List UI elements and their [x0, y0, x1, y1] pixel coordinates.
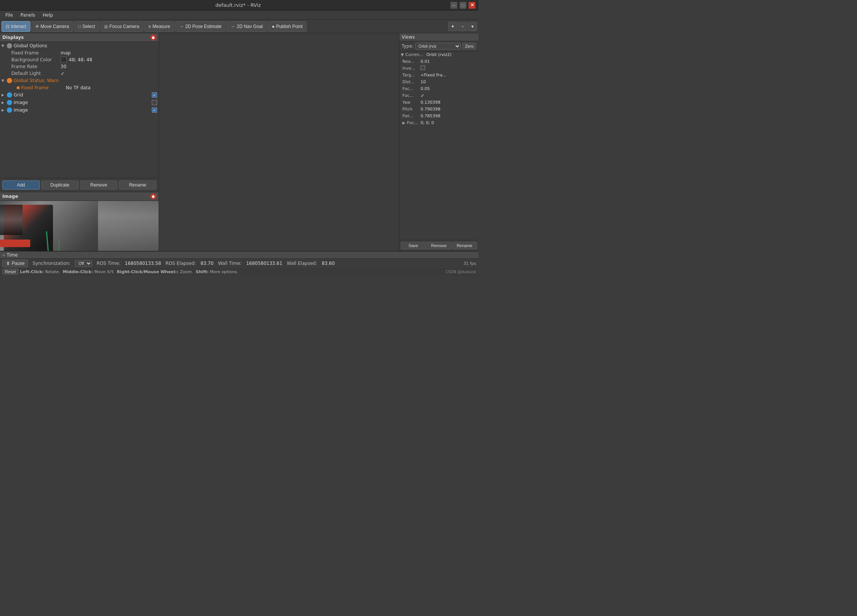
views-prop-dist[interactable]: Dist... 10: [399, 78, 478, 85]
tool-interact[interactable]: ⊡ Interact: [2, 21, 30, 32]
pause-button[interactable]: ⏸ Pause: [2, 260, 28, 267]
add-button[interactable]: Add: [2, 180, 40, 190]
views-prop-target[interactable]: Targ... <Fixed Fra...: [399, 72, 478, 78]
move-camera-label: Move Camera: [41, 24, 69, 29]
views-prop-near[interactable]: Nea... 0.01: [399, 58, 478, 65]
tool-select[interactable]: □ Select: [74, 21, 99, 32]
frame-rate-row[interactable]: Frame Rate 30: [0, 63, 159, 70]
titlebar: default.rviz* - RViz ─ □ ✕: [0, 0, 478, 11]
ros-elapsed-label: ROS Elapsed:: [165, 261, 196, 266]
maximize-button[interactable]: □: [460, 2, 466, 9]
views-buttons: Save Remove Rename: [399, 240, 478, 251]
remove-button[interactable]: Remove: [80, 180, 118, 190]
tool-2d-pose[interactable]: → 2D Pose Estimate: [175, 21, 226, 32]
focal-label: Foc...: [407, 120, 421, 125]
image2-item[interactable]: ▶ Image ✓: [0, 106, 159, 114]
global-status-row[interactable]: ▼ Global Status: Warn: [0, 77, 159, 84]
wall-elapsed-value: 83.60: [322, 261, 335, 266]
2d-pose-icon: →: [179, 24, 184, 29]
remove-tool-button[interactable]: −: [458, 22, 467, 31]
invert-label: Inve...: [402, 66, 421, 71]
pitch-value: 0.790398: [421, 107, 441, 112]
tool-2d-nav[interactable]: → 2D Nav Goal: [226, 21, 267, 32]
views-type-select[interactable]: Orbit (rviz: [415, 43, 461, 50]
image-panel-close[interactable]: ●: [150, 193, 156, 199]
close-button[interactable]: ✕: [469, 2, 475, 9]
2d-pose-label: 2D Pose Estimate: [185, 24, 221, 29]
foc2-check: ✓: [421, 93, 425, 98]
grid-checkbox[interactable]: ✓: [152, 92, 157, 98]
minimize-button[interactable]: ─: [450, 2, 457, 9]
titlebar-title: default.rviz* - RViz: [26, 2, 450, 8]
displays-buttons: Add Duplicate Remove Rename: [0, 178, 159, 192]
reset-button[interactable]: Reset: [2, 269, 19, 275]
image-panel-header: Image ●: [0, 192, 159, 201]
views-remove-button[interactable]: Remove: [427, 242, 452, 249]
views-prop-foc2[interactable]: Foc... ✓: [399, 92, 478, 99]
image1-item[interactable]: ▶ Image: [0, 99, 159, 106]
grid-item[interactable]: ▶ Grid ✓: [0, 91, 159, 99]
default-light-row[interactable]: Default Light ✓: [0, 70, 159, 77]
image2-checkbox[interactable]: ✓: [152, 107, 157, 113]
displays-close-button[interactable]: ●: [150, 34, 156, 40]
menubar: File Panels Help: [0, 11, 478, 20]
menu-panels[interactable]: Panels: [17, 12, 39, 19]
global-options-icon: [7, 43, 12, 48]
global-options-row[interactable]: ▼ Global Options: [0, 42, 159, 50]
rename-button[interactable]: Rename: [119, 180, 156, 190]
image1-checkbox[interactable]: [152, 100, 157, 105]
wall-elapsed-label: Wall Elapsed:: [287, 261, 317, 266]
menu-file[interactable]: File: [2, 12, 17, 19]
interact-icon: ⊡: [6, 24, 9, 29]
fixed-frame-warn-row[interactable]: Fixed Frame No TF data: [0, 84, 159, 91]
foc1-label: Foc...: [402, 86, 421, 91]
focal-value: 0; 0; 0: [421, 120, 434, 125]
focal-expand: ▶: [402, 121, 407, 125]
red-pipe: [0, 240, 30, 247]
viewport-container: ‹: [159, 33, 399, 251]
views-prop-focal-point[interactable]: ▶ Foc... 0; 0; 0: [399, 119, 478, 126]
views-current-header[interactable]: ▼ Curren... Orbit (rviz2): [399, 51, 478, 58]
toolbar-end-buttons: ✦ − ▾: [448, 22, 477, 31]
measure-icon: ≡: [148, 24, 151, 29]
global-status-arrow: ▼: [2, 79, 7, 82]
duplicate-button[interactable]: Duplicate: [41, 180, 79, 190]
fps-badge: 31 fps: [463, 261, 476, 266]
help-bar: Reset Left-Click: Rotate. Middle-Click: …: [0, 268, 478, 275]
sync-select[interactable]: Off: [75, 260, 92, 267]
tool-measure[interactable]: ≡ Measure: [144, 21, 175, 32]
arrow-down-button[interactable]: ▾: [468, 22, 477, 31]
background-color-row[interactable]: Background Color 48; 48; 48: [0, 56, 159, 63]
invert-value: [421, 65, 425, 71]
robot-arm-lower: [0, 205, 23, 235]
fixed-frame-row[interactable]: Fixed Frame map: [0, 50, 159, 56]
ros-time-label: ROS Time:: [97, 261, 120, 266]
yaw-value: 0.130398: [421, 100, 441, 105]
wall-time-value: 1680580133.61: [246, 261, 282, 266]
zero-button[interactable]: Zero: [462, 43, 476, 50]
grid-arrow: ▶: [2, 93, 7, 97]
global-options-arrow: ▼: [2, 44, 7, 48]
focus-camera-label: Focus Camera: [109, 24, 139, 29]
foc2-value: ✓: [421, 93, 425, 98]
tool-focus-camera[interactable]: ◎ Focus Camera: [100, 21, 143, 32]
tool-publish-point[interactable]: ● Publish Point: [268, 21, 307, 32]
views-save-button[interactable]: Save: [401, 242, 426, 249]
menu-help[interactable]: Help: [39, 12, 57, 19]
move-camera-icon: ✛: [35, 24, 39, 29]
add-tool-button[interactable]: ✦: [448, 22, 457, 31]
views-prop-yaw[interactable]: Yaw 0.130398: [399, 99, 478, 106]
views-prop-invert[interactable]: Inve...: [399, 65, 478, 72]
current-arrow: ▼: [401, 53, 404, 57]
views-panel: Views Type: Orbit (rviz Zero ▼ Curren...…: [399, 33, 478, 251]
views-rename-button[interactable]: Rename: [452, 242, 477, 249]
image2-label: Image: [14, 107, 152, 113]
tool-move-camera[interactable]: ✛ Move Camera: [31, 21, 73, 32]
views-prop-pitch[interactable]: Pitch 0.790398: [399, 106, 478, 112]
pitch-label: Pitch: [402, 107, 421, 112]
grid-icon: [7, 92, 12, 98]
foc2-label: Foc...: [402, 93, 421, 98]
background-color-label: Background Color: [11, 57, 61, 62]
views-prop-field[interactable]: Fiel... 0.785398: [399, 112, 478, 119]
views-prop-foc1[interactable]: Foc... 0.05: [399, 85, 478, 92]
